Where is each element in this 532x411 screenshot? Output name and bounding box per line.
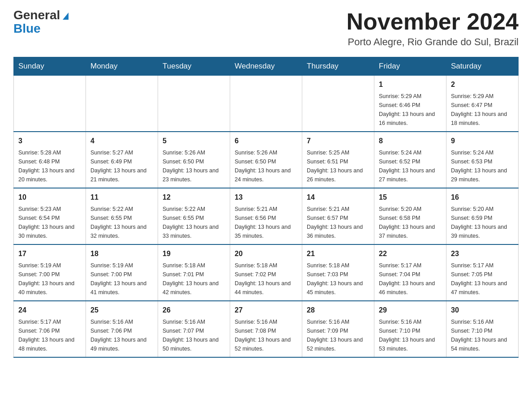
day-info: Sunrise: 5:16 AMSunset: 7:07 PMDaylight:… (163, 317, 225, 353)
calendar-cell (158, 76, 230, 132)
day-info: Sunrise: 5:20 AMSunset: 6:58 PMDaylight:… (379, 205, 442, 240)
day-number: 7 (307, 136, 369, 146)
day-info: Sunrise: 5:20 AMSunset: 6:59 PMDaylight:… (451, 205, 514, 240)
day-info: Sunrise: 5:22 AMSunset: 6:55 PMDaylight:… (90, 205, 153, 240)
calendar-week-row: 24Sunrise: 5:17 AMSunset: 7:06 PMDayligh… (14, 301, 519, 357)
day-info: Sunrise: 5:16 AMSunset: 7:08 PMDaylight:… (235, 317, 297, 353)
logo: General Blue (13, 9, 69, 36)
day-info: Sunrise: 5:16 AMSunset: 7:10 PMDaylight:… (451, 317, 514, 353)
calendar-cell: 3Sunrise: 5:28 AMSunset: 6:48 PMDaylight… (14, 132, 86, 188)
day-number: 28 (307, 305, 369, 316)
weekday-header-monday: Monday (86, 57, 158, 76)
day-info: Sunrise: 5:16 AMSunset: 7:06 PMDaylight:… (90, 317, 153, 353)
day-number: 22 (379, 248, 442, 259)
day-number: 4 (90, 136, 153, 146)
day-info: Sunrise: 5:17 AMSunset: 7:04 PMDaylight:… (379, 261, 442, 297)
calendar-cell (14, 76, 86, 132)
calendar-cell: 28Sunrise: 5:16 AMSunset: 7:09 PMDayligh… (302, 301, 374, 357)
calendar-cell: 22Sunrise: 5:17 AMSunset: 7:04 PMDayligh… (374, 244, 446, 301)
location-subtitle: Porto Alegre, Rio Grande do Sul, Brazil (347, 36, 519, 48)
day-number: 24 (18, 305, 81, 316)
day-number: 18 (90, 248, 153, 259)
calendar-cell: 2Sunrise: 5:29 AMSunset: 6:47 PMDaylight… (446, 76, 519, 132)
calendar-cell: 12Sunrise: 5:22 AMSunset: 6:55 PMDayligh… (158, 188, 230, 244)
calendar-week-row: 10Sunrise: 5:23 AMSunset: 6:54 PMDayligh… (14, 188, 519, 244)
day-number: 8 (379, 136, 442, 146)
day-info: Sunrise: 5:26 AMSunset: 6:50 PMDaylight:… (235, 148, 297, 184)
calendar-cell: 17Sunrise: 5:19 AMSunset: 7:00 PMDayligh… (14, 244, 86, 301)
day-info: Sunrise: 5:16 AMSunset: 7:09 PMDaylight:… (307, 317, 369, 353)
day-number: 13 (235, 192, 297, 203)
logo-blue-text: Blue (13, 21, 41, 36)
calendar-cell: 16Sunrise: 5:20 AMSunset: 6:59 PMDayligh… (446, 188, 519, 244)
calendar-cell: 29Sunrise: 5:16 AMSunset: 7:10 PMDayligh… (374, 301, 446, 357)
day-number: 26 (163, 305, 225, 316)
day-number: 16 (451, 192, 514, 203)
day-info: Sunrise: 5:16 AMSunset: 7:10 PMDaylight:… (379, 317, 442, 353)
logo-triangle-icon (63, 13, 69, 20)
day-number: 21 (307, 248, 369, 259)
calendar-cell (86, 76, 158, 132)
day-info: Sunrise: 5:18 AMSunset: 7:01 PMDaylight:… (163, 261, 225, 297)
day-number: 30 (451, 305, 514, 316)
calendar-cell: 1Sunrise: 5:29 AMSunset: 6:46 PMDaylight… (374, 76, 446, 132)
day-info: Sunrise: 5:18 AMSunset: 7:03 PMDaylight:… (307, 261, 369, 297)
calendar-cell: 23Sunrise: 5:17 AMSunset: 7:05 PMDayligh… (446, 244, 519, 301)
month-title: November 2024 (347, 9, 519, 34)
calendar-cell: 26Sunrise: 5:16 AMSunset: 7:07 PMDayligh… (158, 301, 230, 357)
day-number: 11 (90, 192, 153, 203)
day-number: 12 (163, 192, 225, 203)
calendar-cell: 30Sunrise: 5:16 AMSunset: 7:10 PMDayligh… (446, 301, 519, 357)
day-info: Sunrise: 5:29 AMSunset: 6:46 PMDaylight:… (379, 92, 442, 128)
calendar-cell: 9Sunrise: 5:24 AMSunset: 6:53 PMDaylight… (446, 132, 519, 188)
calendar-cell: 19Sunrise: 5:18 AMSunset: 7:01 PMDayligh… (158, 244, 230, 301)
day-number: 15 (379, 192, 442, 203)
weekday-header-thursday: Thursday (302, 57, 374, 76)
day-info: Sunrise: 5:21 AMSunset: 6:57 PMDaylight:… (307, 205, 369, 240)
day-number: 29 (379, 305, 442, 316)
day-number: 1 (379, 79, 442, 90)
day-number: 17 (18, 248, 81, 259)
day-number: 14 (307, 192, 369, 203)
page-header: General Blue November 2024 Porto Alegre,… (13, 9, 519, 48)
day-info: Sunrise: 5:29 AMSunset: 6:47 PMDaylight:… (451, 92, 514, 128)
weekday-header-wednesday: Wednesday (230, 57, 302, 76)
calendar-cell: 14Sunrise: 5:21 AMSunset: 6:57 PMDayligh… (302, 188, 374, 244)
weekday-header-sunday: Sunday (14, 57, 86, 76)
calendar-cell: 20Sunrise: 5:18 AMSunset: 7:02 PMDayligh… (230, 244, 302, 301)
calendar-week-row: 3Sunrise: 5:28 AMSunset: 6:48 PMDaylight… (14, 132, 519, 188)
day-info: Sunrise: 5:17 AMSunset: 7:05 PMDaylight:… (451, 261, 514, 297)
day-info: Sunrise: 5:17 AMSunset: 7:06 PMDaylight:… (18, 317, 81, 353)
calendar-cell: 11Sunrise: 5:22 AMSunset: 6:55 PMDayligh… (86, 188, 158, 244)
day-number: 25 (90, 305, 153, 316)
calendar-cell: 4Sunrise: 5:27 AMSunset: 6:49 PMDaylight… (86, 132, 158, 188)
day-number: 10 (18, 192, 81, 203)
weekday-header-friday: Friday (374, 57, 446, 76)
day-number: 20 (235, 248, 297, 259)
calendar-cell: 8Sunrise: 5:24 AMSunset: 6:52 PMDaylight… (374, 132, 446, 188)
day-number: 3 (18, 136, 81, 146)
day-info: Sunrise: 5:27 AMSunset: 6:49 PMDaylight:… (90, 148, 153, 184)
calendar-cell: 27Sunrise: 5:16 AMSunset: 7:08 PMDayligh… (230, 301, 302, 357)
calendar-cell: 24Sunrise: 5:17 AMSunset: 7:06 PMDayligh… (14, 301, 86, 357)
day-info: Sunrise: 5:23 AMSunset: 6:54 PMDaylight:… (18, 205, 81, 240)
calendar-cell: 21Sunrise: 5:18 AMSunset: 7:03 PMDayligh… (302, 244, 374, 301)
calendar-table: SundayMondayTuesdayWednesdayThursdayFrid… (13, 57, 519, 358)
calendar-header-row: SundayMondayTuesdayWednesdayThursdayFrid… (14, 57, 519, 76)
weekday-header-tuesday: Tuesday (158, 57, 230, 76)
calendar-cell: 25Sunrise: 5:16 AMSunset: 7:06 PMDayligh… (86, 301, 158, 357)
weekday-header-saturday: Saturday (446, 57, 519, 76)
calendar-cell (230, 76, 302, 132)
calendar-cell: 7Sunrise: 5:25 AMSunset: 6:51 PMDaylight… (302, 132, 374, 188)
day-info: Sunrise: 5:21 AMSunset: 6:56 PMDaylight:… (235, 205, 297, 240)
day-number: 27 (235, 305, 297, 316)
calendar-cell: 5Sunrise: 5:26 AMSunset: 6:50 PMDaylight… (158, 132, 230, 188)
day-info: Sunrise: 5:25 AMSunset: 6:51 PMDaylight:… (307, 148, 369, 184)
calendar-cell (302, 76, 374, 132)
day-number: 23 (451, 248, 514, 259)
day-info: Sunrise: 5:28 AMSunset: 6:48 PMDaylight:… (18, 148, 81, 184)
day-number: 2 (451, 79, 514, 90)
day-number: 9 (451, 136, 514, 146)
day-number: 6 (235, 136, 297, 146)
day-number: 5 (163, 136, 225, 146)
